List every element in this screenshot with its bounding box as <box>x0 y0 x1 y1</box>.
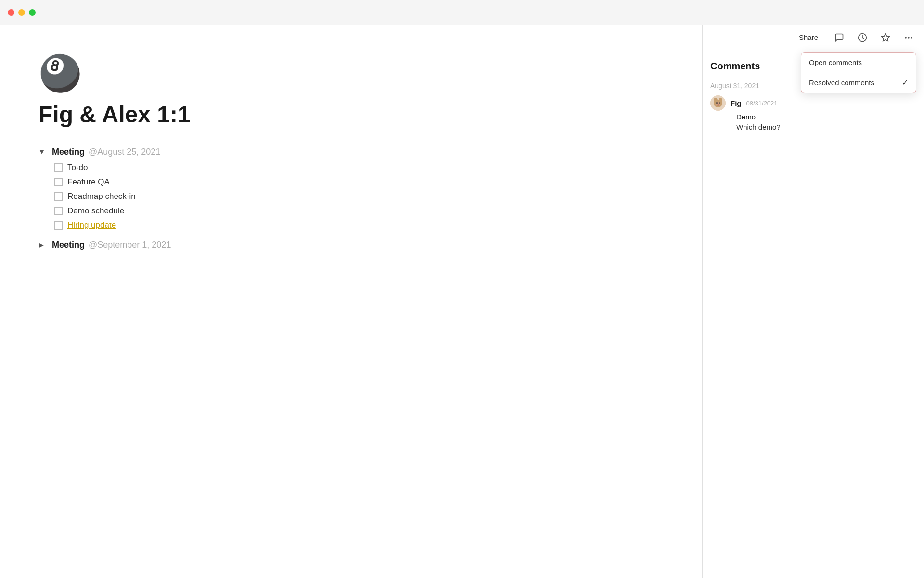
meeting-label-1: Meeting <box>52 147 85 157</box>
svg-point-12 <box>717 105 719 106</box>
star-icon <box>881 33 890 42</box>
svg-point-2 <box>905 37 906 38</box>
document-emoji: 🎱 <box>38 54 77 92</box>
meeting-date-2: @September 1, 2021 <box>89 240 171 250</box>
main-layout: 🎱 Fig & Alex 1:1 ▼ Meeting @August 25, 2… <box>0 25 924 578</box>
comment-button[interactable] <box>832 30 847 45</box>
resolved-comments-check: ✓ <box>902 78 908 87</box>
more-icon <box>904 33 913 42</box>
avatar <box>710 95 726 111</box>
checkbox-label-todo: To-do <box>67 163 88 172</box>
comment-time: 08/31/2021 <box>746 100 778 107</box>
history-icon <box>858 33 867 42</box>
history-button[interactable] <box>855 30 870 45</box>
comment-header: Fig 08/31/2021 <box>710 95 916 111</box>
meeting-section-2: ▶ Meeting @September 1, 2021 <box>38 240 664 250</box>
checkbox-featureqa[interactable] <box>54 178 63 186</box>
share-button[interactable]: Share <box>793 30 824 45</box>
checklist-1: To-do Feature QA Roadmap check-in Demo s… <box>38 163 664 230</box>
dropdown-item-open-label: Open comments <box>809 58 862 66</box>
comment-author: Fig <box>731 99 742 107</box>
list-item: Demo schedule <box>54 206 664 216</box>
close-button[interactable] <box>8 9 14 16</box>
comment-icon <box>834 33 844 42</box>
traffic-lights <box>8 9 36 16</box>
svg-marker-1 <box>882 33 890 41</box>
checkbox-label-featureqa: Feature QA <box>67 177 110 187</box>
user-avatar-svg <box>710 95 726 111</box>
toggle-arrow-expanded[interactable]: ▼ <box>38 148 48 156</box>
checkbox-demoschedule[interactable] <box>54 207 63 215</box>
star-button[interactable] <box>878 30 893 45</box>
list-item: Feature QA <box>54 177 664 187</box>
meeting-date-1: @August 25, 2021 <box>89 147 160 157</box>
comment-text: Which demo? <box>736 123 916 131</box>
comments-title: Comments <box>710 61 760 72</box>
comment-item: Fig 08/31/2021 Demo Which demo? <box>710 95 916 131</box>
checkbox-label-roadmap: Roadmap check-in <box>67 192 136 201</box>
svg-point-10 <box>716 102 718 104</box>
checkbox-roadmap[interactable] <box>54 192 63 201</box>
list-item: To-do <box>54 163 664 172</box>
comment-thread: Demo Which demo? <box>731 113 916 131</box>
checkbox-label-demoschedule: Demo schedule <box>67 206 124 216</box>
more-button[interactable] <box>901 30 916 45</box>
list-item: Roadmap check-in <box>54 192 664 201</box>
sidebar: Share <box>703 25 924 578</box>
comment-quote: Demo <box>736 113 916 121</box>
meeting-header-1[interactable]: ▼ Meeting @August 25, 2021 <box>38 147 664 157</box>
document-area: 🎱 Fig & Alex 1:1 ▼ Meeting @August 25, 2… <box>0 25 702 578</box>
dropdown-menu: Open comments Resolved comments ✓ <box>801 52 916 93</box>
checkbox-label-hiring: Hiring update <box>67 221 116 230</box>
checkbox-hiring[interactable] <box>54 221 63 230</box>
svg-point-11 <box>719 102 720 104</box>
meeting-label-2: Meeting <box>52 240 85 250</box>
meeting-header-2[interactable]: ▶ Meeting @September 1, 2021 <box>38 240 664 250</box>
dropdown-item-resolved-label: Resolved comments <box>809 79 874 87</box>
maximize-button[interactable] <box>29 9 36 16</box>
title-bar <box>0 0 924 25</box>
dropdown-item-resolved[interactable]: Resolved comments ✓ <box>801 72 916 93</box>
checkbox-todo[interactable] <box>54 163 63 172</box>
dropdown-item-open[interactable]: Open comments <box>801 53 916 72</box>
svg-point-3 <box>908 37 909 38</box>
minimize-button[interactable] <box>18 9 25 16</box>
sidebar-toolbar: Share <box>703 25 924 50</box>
meeting-section-1: ▼ Meeting @August 25, 2021 To-do Feature… <box>38 147 664 230</box>
list-item: Hiring update <box>54 221 664 230</box>
toggle-arrow-collapsed[interactable]: ▶ <box>38 241 48 249</box>
page-title: Fig & Alex 1:1 <box>38 102 664 128</box>
svg-point-4 <box>911 37 912 38</box>
